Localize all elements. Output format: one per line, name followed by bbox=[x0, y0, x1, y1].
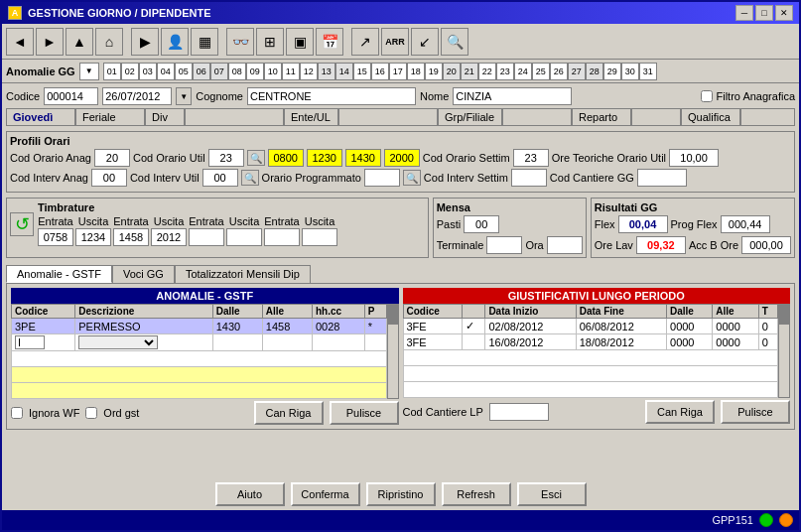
pasti-input[interactable] bbox=[464, 215, 499, 233]
nome-input[interactable] bbox=[453, 87, 572, 105]
anomalie-row-1[interactable]: 3PE PERMESSO 1430 1458 0028 * bbox=[12, 319, 387, 334]
ripristino-button[interactable]: Ripristino bbox=[366, 482, 436, 506]
sync-icon[interactable]: ↺ bbox=[10, 212, 34, 236]
day-28[interactable]: 28 bbox=[586, 63, 603, 80]
binoculars-button[interactable]: 🔍 bbox=[441, 28, 468, 56]
tab-totalizzatori[interactable]: Totalizzatori Mensili Dip bbox=[175, 265, 311, 283]
tab-anomalie[interactable]: Anomalie - GSTF bbox=[6, 265, 112, 283]
day-07[interactable]: 07 bbox=[210, 63, 228, 80]
prog-flex-input[interactable] bbox=[721, 215, 770, 233]
time4-input[interactable] bbox=[384, 149, 420, 167]
day-20[interactable]: 20 bbox=[443, 63, 461, 80]
nav-back-button[interactable]: ◄ bbox=[6, 28, 34, 56]
entrata2-input[interactable] bbox=[113, 228, 149, 246]
uscita3-input[interactable] bbox=[226, 228, 262, 246]
day-03[interactable]: 03 bbox=[139, 63, 157, 80]
cod-cantiere-input[interactable] bbox=[637, 169, 687, 187]
day-24[interactable]: 24 bbox=[514, 63, 532, 80]
anomalie-scrollbar[interactable] bbox=[387, 304, 399, 399]
entrata1-input[interactable] bbox=[38, 228, 73, 246]
giust-row-1[interactable]: 3FE ✓ 02/08/2012 06/08/2012 0000 0000 0 bbox=[403, 319, 778, 334]
day-31[interactable]: 31 bbox=[639, 63, 657, 80]
glasses-button[interactable]: 👓 bbox=[226, 28, 254, 56]
entrata4-input[interactable] bbox=[264, 228, 300, 246]
play-button[interactable]: ▶ bbox=[131, 28, 159, 56]
cognome-input[interactable] bbox=[247, 87, 416, 105]
giust-row-2[interactable]: 3FE 16/08/2012 18/08/2012 0000 0000 0 bbox=[403, 334, 778, 350]
uscita4-input[interactable] bbox=[302, 228, 337, 246]
day-29[interactable]: 29 bbox=[603, 63, 621, 80]
nav-home-button[interactable]: ⌂ bbox=[95, 28, 123, 56]
interv-util-search-btn[interactable]: 🔍 bbox=[241, 170, 259, 186]
close-button[interactable]: ✕ bbox=[775, 5, 793, 21]
flex-input[interactable] bbox=[618, 215, 668, 233]
cod-orario-sett-input[interactable] bbox=[513, 149, 549, 167]
uscita2-input[interactable] bbox=[151, 228, 187, 246]
day-09[interactable]: 09 bbox=[246, 63, 264, 80]
day-02[interactable]: 02 bbox=[121, 63, 139, 80]
conferma-button[interactable]: Conferma bbox=[291, 482, 360, 506]
day-17[interactable]: 17 bbox=[389, 63, 407, 80]
day-26[interactable]: 26 bbox=[550, 63, 568, 80]
cod-orario-anag-input[interactable] bbox=[94, 149, 130, 167]
anomalie-dropdown[interactable]: ▼ bbox=[79, 63, 99, 80]
orario-prog-search-btn[interactable]: 🔍 bbox=[403, 170, 421, 186]
day-22[interactable]: 22 bbox=[478, 63, 496, 80]
calc-button[interactable]: ⊞ bbox=[256, 28, 284, 56]
row2-codice-input[interactable] bbox=[15, 335, 45, 349]
day-08[interactable]: 08 bbox=[228, 63, 246, 80]
day-10[interactable]: 10 bbox=[264, 63, 282, 80]
day-30[interactable]: 30 bbox=[621, 63, 639, 80]
codice-input[interactable] bbox=[44, 87, 98, 105]
time2-input[interactable] bbox=[307, 149, 342, 167]
anomalie-row-2[interactable] bbox=[12, 334, 387, 351]
row2-dropdown[interactable] bbox=[78, 335, 158, 349]
day-13[interactable]: 13 bbox=[318, 63, 335, 80]
ore-lav-input[interactable] bbox=[636, 236, 686, 254]
person-button[interactable]: 👤 bbox=[161, 28, 189, 56]
ora-input[interactable] bbox=[547, 236, 583, 254]
day-11[interactable]: 11 bbox=[282, 63, 300, 80]
ore-teoriche-input[interactable] bbox=[669, 149, 719, 167]
orario-prog-input[interactable] bbox=[364, 169, 400, 187]
nav-up-button[interactable]: ▲ bbox=[66, 28, 93, 56]
cod-interv-sett-input[interactable] bbox=[511, 169, 547, 187]
cod-interv-anag-input[interactable] bbox=[91, 169, 127, 187]
day-14[interactable]: 14 bbox=[335, 63, 353, 80]
day-21[interactable]: 21 bbox=[461, 63, 478, 80]
day-27[interactable]: 27 bbox=[568, 63, 586, 80]
ord-gst-checkbox[interactable] bbox=[85, 407, 97, 419]
day-23[interactable]: 23 bbox=[496, 63, 514, 80]
acc-b-input[interactable] bbox=[741, 236, 791, 254]
minimize-button[interactable]: ─ bbox=[735, 5, 753, 21]
giust-scrollbar[interactable] bbox=[778, 304, 790, 398]
filtro-checkbox[interactable] bbox=[701, 90, 713, 102]
day-12[interactable]: 12 bbox=[300, 63, 318, 80]
day-01[interactable]: 01 bbox=[103, 63, 121, 80]
nav-forward-button[interactable]: ► bbox=[36, 28, 64, 56]
ignora-wf-checkbox[interactable] bbox=[11, 407, 23, 419]
day-05[interactable]: 05 bbox=[175, 63, 193, 80]
maximize-button[interactable]: □ bbox=[755, 5, 773, 21]
photo-button[interactable]: ▣ bbox=[286, 28, 314, 56]
arr-button[interactable]: ARR bbox=[381, 28, 409, 56]
uscita1-input[interactable] bbox=[75, 228, 111, 246]
refresh-button[interactable]: Refresh bbox=[442, 482, 511, 506]
giorno-cell[interactable]: Giovedì bbox=[6, 108, 75, 126]
terminale-input[interactable] bbox=[486, 236, 522, 254]
date-button[interactable]: 📅 bbox=[316, 28, 343, 56]
day-19[interactable]: 19 bbox=[425, 63, 443, 80]
cod-cantiere-lp-input[interactable] bbox=[489, 403, 549, 421]
date-input[interactable] bbox=[102, 87, 172, 105]
day-16[interactable]: 16 bbox=[371, 63, 389, 80]
export-button[interactable]: ↗ bbox=[351, 28, 379, 56]
time3-input[interactable] bbox=[345, 149, 381, 167]
day-18[interactable]: 18 bbox=[407, 63, 425, 80]
pulisce1-button[interactable]: Pulisce bbox=[330, 401, 399, 425]
pulisce2-button[interactable]: Pulisce bbox=[721, 400, 790, 424]
tab-voci[interactable]: Voci GG bbox=[112, 265, 175, 283]
esci-button[interactable]: Esci bbox=[517, 482, 587, 506]
entrata3-input[interactable] bbox=[189, 228, 224, 246]
import-button[interactable]: ↙ bbox=[411, 28, 439, 56]
date-dropdown-btn[interactable]: ▼ bbox=[176, 87, 192, 105]
